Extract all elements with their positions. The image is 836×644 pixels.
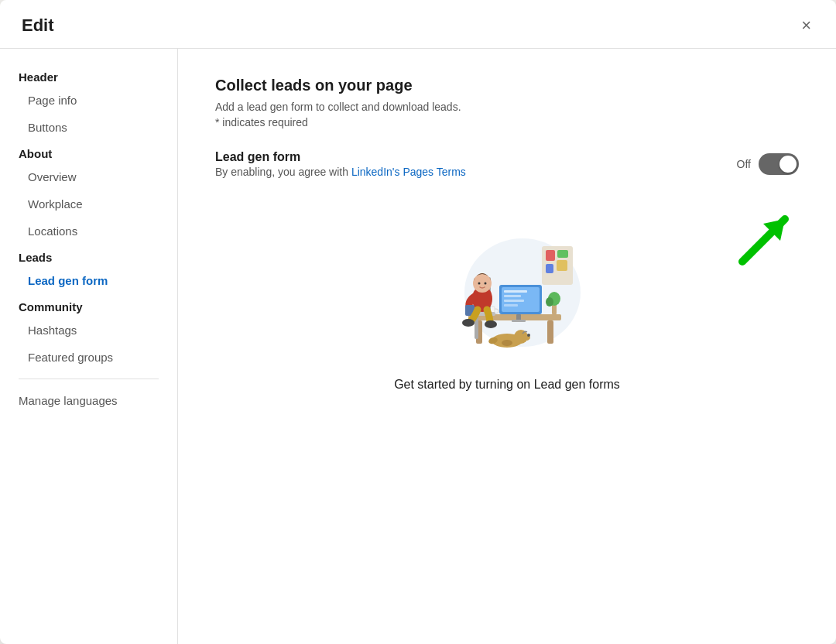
sidebar-header-about: About — [0, 141, 177, 163]
toggle-group: Off — [737, 153, 799, 175]
lead-gen-toggle[interactable] — [759, 153, 799, 175]
svg-rect-11 — [504, 304, 518, 307]
svg-rect-13 — [512, 320, 526, 322]
pages-terms-link[interactable]: LinkedIn's Pages Terms — [351, 166, 466, 178]
svg-point-16 — [546, 297, 553, 307]
svg-rect-9 — [504, 295, 521, 297]
lead-gen-illustration — [422, 215, 592, 362]
sidebar-header-leads: Leads — [0, 245, 177, 267]
sidebar: Header Page info Buttons About Overview … — [0, 49, 178, 644]
svg-rect-10 — [504, 300, 524, 302]
toggle-off-label: Off — [737, 158, 751, 170]
lead-gen-form-sublabel: By enabling, you agree with LinkedIn's P… — [215, 166, 466, 178]
modal-body: Header Page info Buttons About Overview … — [0, 49, 836, 644]
edit-modal: Edit × Header Page info Buttons About Ov… — [0, 0, 836, 644]
svg-rect-5 — [547, 320, 553, 344]
svg-rect-12 — [516, 314, 521, 320]
sidebar-item-workplace[interactable]: Workplace — [0, 190, 177, 218]
illustration-caption: Get started by turning on Lead gen forms — [394, 378, 620, 392]
modal-header: Edit × — [0, 0, 836, 49]
sidebar-header-header: Header — [0, 64, 177, 87]
svg-rect-37 — [557, 250, 568, 258]
sidebar-item-locations[interactable]: Locations — [0, 218, 177, 245]
svg-rect-36 — [546, 250, 555, 261]
sidebar-item-featured-groups[interactable]: Featured groups — [0, 344, 177, 371]
sidebar-item-buttons[interactable]: Buttons — [0, 114, 177, 141]
svg-point-32 — [527, 334, 530, 337]
modal-title: Edit — [22, 15, 54, 36]
section-title: Collect leads on your page — [215, 77, 799, 94]
lead-gen-form-label: Lead gen form — [215, 150, 466, 164]
section-required: * indicates required — [215, 116, 799, 128]
svg-rect-38 — [546, 264, 553, 273]
lead-gen-form-row: Lead gen form By enabling, you agree wit… — [215, 150, 799, 178]
sidebar-item-page-info[interactable]: Page info — [0, 87, 177, 114]
sidebar-item-hashtags[interactable]: Hashtags — [0, 317, 177, 344]
svg-rect-8 — [504, 290, 527, 293]
sidebar-item-manage-languages[interactable]: Manage languages — [0, 387, 177, 414]
svg-point-27 — [462, 319, 475, 327]
svg-point-26 — [485, 283, 487, 285]
form-label-group: Lead gen form By enabling, you agree wit… — [215, 150, 466, 178]
sublabel-prefix: By enabling, you agree with — [215, 166, 351, 178]
section-description: Add a lead gen form to collect and downl… — [215, 101, 799, 113]
svg-point-24 — [473, 274, 492, 293]
sidebar-item-overview[interactable]: Overview — [0, 163, 177, 190]
toggle-thumb — [779, 156, 797, 173]
toggle-track — [759, 153, 799, 175]
svg-rect-39 — [557, 260, 567, 271]
sidebar-divider — [19, 379, 159, 379]
close-button[interactable]: × — [798, 14, 814, 37]
sidebar-header-community: Community — [0, 294, 177, 317]
illustration-area: Get started by turning on Lead gen forms — [215, 215, 799, 392]
main-content: Collect leads on your page Add a lead ge… — [178, 49, 836, 644]
svg-point-25 — [478, 283, 481, 285]
sidebar-item-lead-gen-form[interactable]: Lead gen form — [0, 267, 177, 294]
svg-point-28 — [485, 320, 497, 328]
svg-point-34 — [502, 340, 512, 346]
